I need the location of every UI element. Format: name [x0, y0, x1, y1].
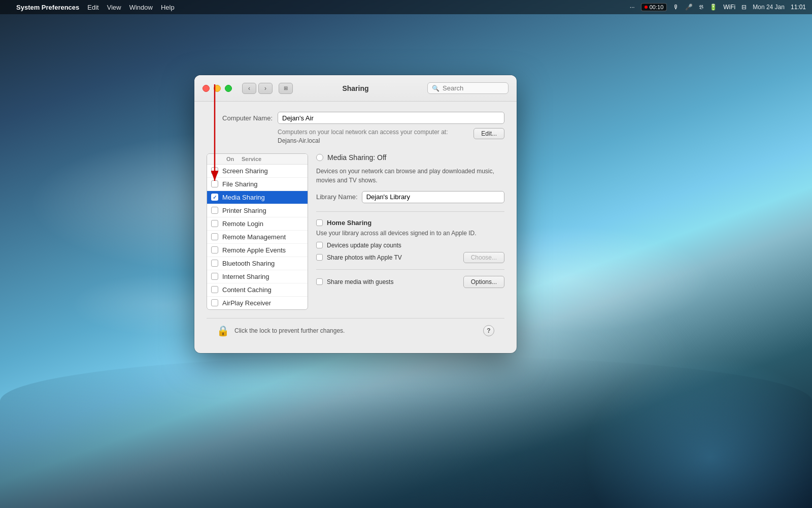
network-info-row: Computers on your local network can acce… [207, 128, 504, 145]
wifi-icon: WiFi [723, 4, 735, 11]
right-panel: Media Sharing: Off Devices on your netwo… [316, 153, 504, 310]
library-name-row: Library Name: [316, 191, 504, 203]
menubar-right: ··· 00:10 🎙 🎤 𝔅 🔋 WiFi ⊟ Mon 24 Jan 11:0… [630, 3, 806, 11]
options-button[interactable]: Options... [463, 276, 504, 288]
printer-sharing-checkbox[interactable] [211, 207, 218, 214]
media-sharing-status: Media Sharing: Off [327, 153, 386, 162]
recording-indicator: 00:10 [641, 3, 667, 11]
search-icon: 🔍 [432, 85, 439, 92]
recording-time: 00:10 [650, 4, 664, 10]
maximize-button[interactable] [225, 85, 232, 92]
media-sharing-desc: Devices on your network can browse and p… [316, 167, 504, 185]
content-caching-label: Content Caching [222, 286, 272, 294]
atmosphere-glow [584, 356, 812, 508]
file-sharing-label: File Sharing [222, 180, 257, 188]
divider-2 [316, 269, 504, 270]
bluetooth-sharing-label: Bluetooth Sharing [222, 260, 275, 267]
service-item-remote-apple-events[interactable]: Remote Apple Events [207, 244, 308, 257]
bottom-bar: 🔒 Click the lock to prevent further chan… [207, 318, 504, 343]
menubar-time: 11:01 [791, 4, 806, 11]
media-sharing-checkbox[interactable] [211, 194, 218, 201]
service-item-internet-sharing[interactable]: Internet Sharing [207, 270, 308, 283]
library-name-input[interactable] [362, 191, 504, 203]
close-button[interactable] [202, 85, 210, 92]
remote-login-checkbox[interactable] [211, 220, 218, 227]
grid-view-button[interactable]: ⊞ [279, 83, 293, 94]
service-item-screen-sharing[interactable]: Screen Sharing [207, 165, 308, 178]
airplay-receiver-checkbox[interactable] [211, 299, 218, 306]
share-guests-row: Share media with guests Options... [316, 276, 504, 288]
lock-icon[interactable]: 🔒 [217, 325, 229, 337]
remote-login-label: Remote Login [222, 220, 263, 228]
computer-name-input[interactable] [278, 112, 504, 124]
devices-update-checkbox[interactable] [316, 242, 323, 248]
computer-name-label: Computer Name: [207, 114, 273, 122]
internet-sharing-label: Internet Sharing [222, 273, 269, 280]
service-list: On Service Screen Sharing File Sharing M… [207, 153, 308, 310]
remote-management-label: Remote Management [222, 233, 286, 241]
dots-icon: ··· [630, 4, 635, 11]
window-title: Sharing [342, 84, 368, 92]
airplay-receiver-label: AirPlay Receiver [222, 299, 271, 307]
content-caching-checkbox[interactable] [211, 286, 218, 293]
service-header-service: Service [242, 156, 261, 162]
control-center-icon[interactable]: ⊟ [741, 4, 747, 11]
bluetooth-icon: 𝔅 [699, 4, 703, 11]
network-info-text: Computers on your local network can acce… [278, 128, 473, 145]
back-button[interactable]: ‹ [242, 83, 256, 94]
minimize-button[interactable] [214, 85, 221, 92]
remote-management-checkbox[interactable] [211, 233, 218, 240]
service-item-content-caching[interactable]: Content Caching [207, 283, 308, 297]
service-item-printer-sharing[interactable]: Printer Sharing [207, 204, 308, 217]
home-sharing-desc: Use your library across all devices sign… [316, 230, 504, 237]
internet-sharing-checkbox[interactable] [211, 273, 218, 280]
traffic-lights [202, 85, 232, 92]
share-guests-label: Share media with guests [327, 278, 393, 285]
share-photos-row: Share photos with Apple TV Choose... [316, 252, 504, 263]
window-body: Computer Name: Computers on your local n… [194, 102, 517, 353]
home-sharing-title: Home Sharing [327, 219, 371, 227]
menubar-item-edit[interactable]: Edit [87, 4, 98, 11]
menubar-item-view[interactable]: View [107, 4, 121, 11]
home-sharing-checkbox[interactable] [316, 219, 323, 226]
forward-button[interactable]: › [258, 83, 273, 94]
printer-sharing-label: Printer Sharing [222, 207, 266, 214]
rec-dot [645, 6, 648, 9]
voice-control-icon: 🎤 [685, 4, 693, 11]
service-item-bluetooth-sharing[interactable]: Bluetooth Sharing [207, 257, 308, 270]
media-sharing-radio[interactable] [316, 154, 323, 161]
media-sharing-label: Media Sharing [222, 194, 265, 201]
service-list-header: On Service [207, 154, 308, 165]
devices-update-row: Devices update play counts [316, 242, 504, 249]
choose-button[interactable]: Choose... [463, 252, 504, 263]
menubar-date: Mon 24 Jan [753, 4, 785, 11]
bluetooth-sharing-checkbox[interactable] [211, 260, 218, 267]
main-content: On Service Screen Sharing File Sharing M… [207, 153, 504, 310]
service-item-remote-login[interactable]: Remote Login [207, 217, 308, 231]
service-item-airplay-receiver[interactable]: AirPlay Receiver [207, 297, 308, 309]
search-input[interactable] [443, 84, 504, 92]
menubar-left: System Preferences Edit View Window Help [6, 4, 630, 11]
menubar-app-name[interactable]: System Preferences [16, 4, 79, 11]
menubar: System Preferences Edit View Window Help… [0, 0, 812, 14]
share-guests-checkbox[interactable] [316, 278, 323, 285]
screen-sharing-checkbox[interactable] [211, 167, 218, 174]
search-box[interactable]: 🔍 [427, 82, 509, 94]
edit-button[interactable]: Edit... [473, 128, 504, 139]
file-sharing-checkbox[interactable] [211, 180, 218, 187]
help-button[interactable]: ? [483, 325, 494, 336]
share-photos-checkbox[interactable] [316, 254, 323, 261]
media-sharing-header: Media Sharing: Off [316, 153, 504, 162]
service-item-file-sharing[interactable]: File Sharing [207, 178, 308, 191]
home-sharing-header: Home Sharing [316, 219, 504, 227]
lock-text: Click the lock to prevent further change… [234, 327, 478, 334]
menubar-item-help[interactable]: Help [161, 4, 175, 11]
service-item-media-sharing[interactable]: Media Sharing [207, 191, 308, 204]
remote-apple-events-checkbox[interactable] [211, 246, 218, 253]
service-item-remote-management[interactable]: Remote Management [207, 231, 308, 244]
menubar-item-window[interactable]: Window [129, 4, 153, 11]
library-name-label: Library Name: [316, 193, 358, 201]
computer-name-row: Computer Name: [207, 112, 504, 124]
screen-sharing-label: Screen Sharing [222, 167, 268, 175]
service-header-on: On [226, 156, 242, 162]
